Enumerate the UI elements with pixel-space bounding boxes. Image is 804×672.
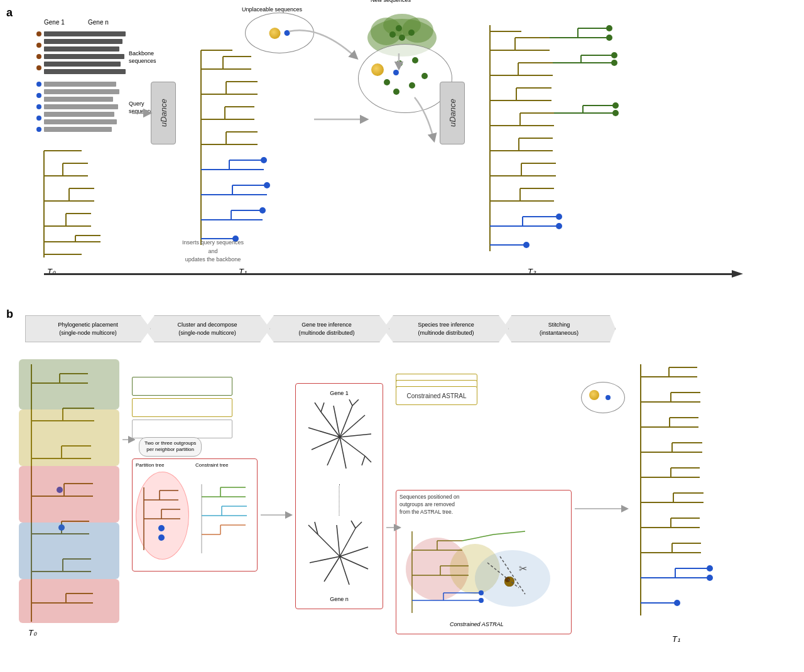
svg-marker-121 bbox=[732, 270, 743, 278]
svg-line-187 bbox=[340, 437, 346, 469]
svg-line-184 bbox=[340, 415, 365, 437]
partition-tree-label: Partition tree bbox=[136, 462, 164, 468]
svg-line-196 bbox=[365, 456, 371, 462]
timeline-arrow bbox=[732, 270, 744, 278]
svg-text:✂: ✂ bbox=[519, 563, 527, 574]
pipeline-row: Phylogenetic placement(single-node multi… bbox=[25, 315, 616, 342]
svg-point-272 bbox=[707, 575, 713, 581]
svg-line-218 bbox=[462, 534, 494, 541]
sequences-removed-label: Sequences positioned onoutgroups are rem… bbox=[399, 494, 568, 516]
constrained-astral-bottom-label: Constrained ASTRAL bbox=[450, 621, 504, 627]
svg-line-186 bbox=[340, 437, 365, 456]
t1b-time-label: T₁ bbox=[672, 634, 680, 644]
section-b: b Phylogenetic placement(single-node mul… bbox=[6, 308, 795, 666]
astral-visual: ✂ Constrained ASTRAL bbox=[399, 525, 563, 629]
arrow-unplaceable-combined bbox=[283, 25, 364, 69]
svg-point-114 bbox=[611, 52, 617, 58]
t1b-tree bbox=[628, 358, 791, 634]
svg-point-113 bbox=[606, 35, 612, 41]
pipeline-step-5: Stitching(instantaneous) bbox=[503, 315, 616, 342]
panel-a-label: a bbox=[6, 6, 13, 19]
outgroups-label: Two or three outgroupsper neighbor parti… bbox=[139, 437, 202, 457]
svg-point-164 bbox=[158, 534, 165, 541]
pipeline-step-2: Cluster and decompose(single-node multic… bbox=[144, 315, 270, 342]
region-green bbox=[19, 359, 119, 409]
pipeline-step-3: Gene tree inference(multinode distribute… bbox=[264, 315, 389, 342]
genen-tree-label: Gene n bbox=[330, 596, 349, 602]
inserts-label: Inserts query sequencesandupdates the ba… bbox=[182, 239, 244, 264]
svg-point-120 bbox=[523, 242, 530, 248]
new-sequences-label: New sequences bbox=[371, 0, 411, 3]
svg-point-62 bbox=[396, 25, 402, 31]
arrow-partition bbox=[122, 433, 135, 446]
gene1-label: Gene 1 bbox=[44, 19, 65, 26]
svg-line-185 bbox=[340, 434, 371, 437]
udance-box-1: uDance bbox=[151, 82, 176, 144]
t1-tree bbox=[188, 44, 314, 270]
arrow-partition-gene bbox=[261, 509, 295, 521]
gene-alignment: Gene 1 Gene n bbox=[31, 19, 132, 144]
t0-tree bbox=[31, 144, 132, 270]
svg-point-52 bbox=[264, 182, 270, 188]
arrow-align-udance bbox=[132, 107, 154, 119]
unplaceable-oval-b bbox=[581, 382, 625, 413]
gene-tree-box: Gene 1 bbox=[295, 383, 383, 609]
svg-line-207 bbox=[351, 521, 356, 528]
genen-label: Gene n bbox=[88, 19, 109, 26]
svg-point-273 bbox=[674, 600, 680, 606]
svg-point-225 bbox=[479, 598, 484, 603]
svg-point-224 bbox=[479, 590, 484, 595]
region-red2 bbox=[19, 579, 119, 623]
svg-line-203 bbox=[324, 556, 340, 582]
backbone-sequences-label: Backbonesequences bbox=[129, 50, 156, 65]
svg-point-119 bbox=[556, 223, 562, 229]
svg-line-183 bbox=[340, 406, 352, 437]
svg-line-191 bbox=[315, 403, 321, 412]
constrained-astral-3: Constrained ASTRAL bbox=[396, 386, 477, 405]
arrow-t1-udance2 bbox=[314, 113, 377, 126]
svg-point-163 bbox=[158, 525, 165, 531]
svg-point-115 bbox=[611, 60, 617, 66]
arrow-astral-t1b bbox=[575, 502, 634, 515]
t0b-time-label: T₀ bbox=[28, 628, 36, 637]
svg-line-198 bbox=[337, 525, 340, 556]
svg-point-112 bbox=[606, 25, 612, 31]
partition-detail-box: Two or three outgroupsper neighbor parti… bbox=[132, 458, 258, 572]
svg-point-61 bbox=[408, 30, 415, 36]
arrow-new-combined bbox=[389, 53, 408, 72]
svg-line-229 bbox=[487, 563, 519, 588]
region-blue bbox=[19, 523, 119, 579]
svg-point-118 bbox=[556, 214, 562, 220]
unplaceable-label: Unplaceable sequences bbox=[242, 6, 302, 13]
page-container: a Gene 1 Gene n bbox=[0, 0, 804, 672]
svg-point-59 bbox=[389, 31, 396, 38]
svg-line-202 bbox=[340, 556, 349, 585]
svg-line-201 bbox=[340, 556, 368, 569]
section-a: a Gene 1 Gene n bbox=[6, 6, 795, 308]
svg-line-208 bbox=[356, 522, 362, 528]
panel-b-label: b bbox=[6, 308, 13, 321]
svg-line-204 bbox=[310, 556, 340, 563]
svg-line-190 bbox=[308, 428, 340, 437]
svg-point-53 bbox=[259, 207, 266, 214]
svg-point-58 bbox=[383, 14, 421, 36]
udance-box-2: uDance bbox=[440, 82, 465, 144]
svg-line-230 bbox=[500, 556, 525, 594]
svg-point-60 bbox=[399, 35, 405, 41]
partition-boxes bbox=[132, 377, 232, 438]
constraint-tree-label: Constraint tree bbox=[195, 462, 228, 468]
dotted-divider bbox=[339, 484, 340, 516]
svg-point-51 bbox=[261, 157, 267, 163]
svg-line-197 bbox=[318, 534, 340, 556]
arrow-gene-astral bbox=[386, 521, 402, 534]
svg-line-193 bbox=[349, 399, 352, 406]
constrained-astral-box: Sequences positioned onoutgroups are rem… bbox=[396, 490, 572, 634]
svg-point-117 bbox=[612, 110, 619, 116]
t2-tree bbox=[477, 19, 641, 270]
svg-point-116 bbox=[612, 102, 619, 109]
pipeline-step-4: Species tree inference(multinode distrib… bbox=[383, 315, 509, 342]
region-yellow bbox=[19, 409, 119, 466]
svg-line-192 bbox=[321, 403, 324, 412]
svg-line-195 bbox=[362, 456, 365, 465]
svg-point-271 bbox=[707, 565, 713, 572]
